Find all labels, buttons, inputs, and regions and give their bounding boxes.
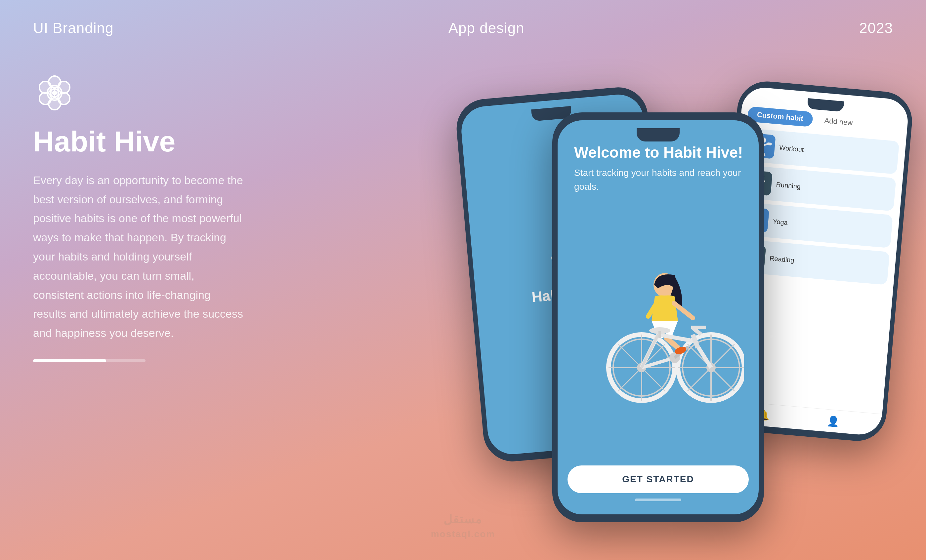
habit-card-text-2: Running: [776, 181, 801, 190]
left-content: Habit Hive Every day is an opportunity t…: [33, 73, 245, 362]
welcome-text: Welcome to Habit Hive! Start tracking yo…: [567, 140, 749, 194]
app-description: Every day is an opportunity to become th…: [33, 171, 245, 343]
phone-main-notch: [637, 128, 679, 142]
header-right: 2023: [859, 20, 893, 36]
phone-main-content: Welcome to Habit Hive! Start tracking yo…: [558, 120, 759, 465]
phone-main: Welcome to Habit Hive! Start tracking yo…: [552, 112, 764, 522]
header-left: UI Branding: [33, 20, 113, 36]
bicycle-illustration: [567, 194, 749, 456]
get-started-button[interactable]: GET STARTED: [567, 465, 749, 493]
habit-card-text-3: Yoga: [773, 217, 788, 226]
habit-card-text-4: Reading: [769, 254, 794, 264]
watermark: مستقلmostaql.com: [431, 512, 495, 540]
nav-user-icon[interactable]: 👤: [826, 415, 840, 427]
app-title: Habit Hive: [33, 125, 245, 158]
home-indicator: [635, 498, 681, 501]
app-logo-icon: [33, 73, 76, 116]
header: UI Branding App design 2023: [0, 20, 926, 36]
phone-main-bottom: GET STARTED: [558, 465, 759, 515]
welcome-title: Welcome to Habit Hive!: [574, 143, 749, 162]
progress-bar-container: [33, 359, 145, 362]
svg-rect-60: [767, 142, 772, 145]
phones-container: Habit Hive Welcome to Habit Hive! Start …: [443, 46, 906, 516]
habit-card-text-1: Workout: [779, 144, 804, 153]
header-center: App design: [448, 20, 525, 36]
phone-main-screen: Welcome to Habit Hive! Start tracking yo…: [558, 120, 759, 515]
progress-bar-fill: [33, 359, 106, 362]
welcome-subtitle: Start tracking your habits and reach you…: [574, 166, 749, 194]
tab-add-new[interactable]: Add new: [817, 112, 860, 131]
